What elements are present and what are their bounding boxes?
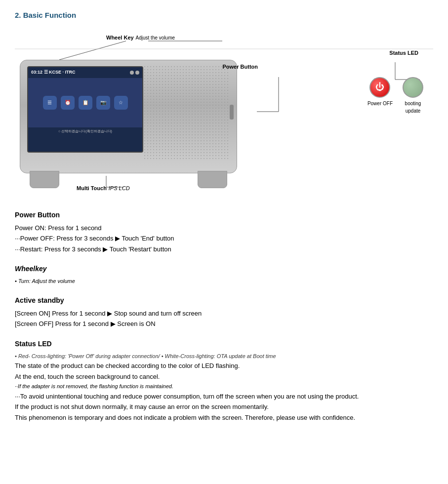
- active-standby-heading: Active standby: [15, 295, 433, 306]
- wheelkey-section: Wheelkey • Turn: Adjust the volume: [15, 264, 433, 285]
- multitouch-label: Multi Touch: [77, 185, 107, 191]
- device-stand-right: [198, 171, 227, 188]
- screen-icons: [130, 71, 139, 75]
- booting-update-led-circle: [403, 77, 423, 98]
- device-diagram: 03:12 ☰ KCSE · ITRC ☰ ⏰ 📋 📷 ☆ ○ 선택하겠습니다(…: [15, 45, 242, 188]
- status-led-line6: This phenomenon is temporary and does no…: [15, 413, 433, 423]
- power-button-line2: ···Power OFF: Press for 3 seconds ▶ Touc…: [15, 234, 433, 243]
- app-icon-2: ⏰: [61, 96, 75, 110]
- device-dots-pattern: [143, 65, 230, 159]
- booting-update-label: bootingupdate: [405, 100, 421, 115]
- status-led-annotation: Status LED: [389, 49, 418, 57]
- wheel-key-annotation: Wheel Key Adjust the volume: [106, 32, 175, 42]
- status-led-line1: The state of the product can be checked …: [15, 361, 433, 371]
- booting-update-led: bootingupdate: [403, 77, 423, 115]
- wheel-key-sub: Adjust the volume: [136, 35, 175, 40]
- power-button-heading: Power Button: [15, 210, 433, 220]
- status-led-section: Status LED • Red- Cross-lighting: 'Power…: [15, 339, 433, 423]
- screen-bottom-text: ○ 선택하겠습니다(확인하겠습니다): [28, 127, 142, 136]
- screen-top-bar: 03:12 ☰ KCSE · ITRC: [28, 67, 142, 78]
- status-led-line2: At the end, touch the screen background …: [15, 372, 433, 382]
- app-icon-3: 📋: [79, 96, 92, 110]
- wheel-key-label: Wheel Key: [106, 35, 134, 40]
- status-led-line5: If the product is not shut down normally…: [15, 402, 433, 412]
- multitouch-sub: IPS LCD: [109, 185, 130, 191]
- wheelkey-line1: • Turn: Adjust the volume: [15, 277, 433, 285]
- active-standby-section: Active standby [Screen ON] Press for 1 s…: [15, 295, 433, 329]
- power-button-section: Power Button Power ON: Press for 1 secon…: [15, 210, 433, 254]
- screen-main: ☰ ⏰ 📋 📷 ☆: [28, 78, 142, 127]
- active-standby-line2: [Screen OFF] Press for 1 second ▶ Screen…: [15, 319, 433, 329]
- power-button-annotation: Power Button: [223, 63, 258, 71]
- led-buttons-area: ⏻ Power OFF bootingupdate: [367, 77, 423, 115]
- power-off-led-label: Power OFF: [367, 100, 393, 107]
- side-button: [230, 105, 234, 120]
- status-led-bullet: • Red- Cross-lighting: 'Power Off' durin…: [15, 352, 433, 361]
- status-led-line3: ··If the adapter is not removed, the fla…: [15, 382, 433, 391]
- power-off-led-circle: ⏻: [369, 77, 390, 98]
- power-button-line3: ···Restart: Press for 3 seconds ▶ Touch …: [15, 244, 433, 254]
- multitouch-annotation: Multi Touch IPS LCD: [77, 183, 130, 193]
- section-title: 2. Basic Function: [15, 10, 433, 21]
- app-icon-4: 📷: [96, 96, 110, 110]
- status-led-line4: ···To avoid unintentional touching and r…: [15, 392, 433, 402]
- power-btn-label: Power Button: [223, 63, 258, 71]
- power-off-led: ⏻ Power OFF: [367, 77, 393, 115]
- device-stand-left: [30, 171, 59, 188]
- status-led-heading: Status LED: [15, 339, 433, 349]
- diagram-area: Wheel Key Adjust the volume 03:12 ☰ KCSE…: [15, 30, 433, 198]
- device-body: 03:12 ☰ KCSE · ITRC ☰ ⏰ 📋 📷 ☆ ○ 선택하겠습니다(…: [20, 60, 237, 173]
- status-led-diag-label: Status LED: [389, 49, 418, 57]
- status-icon-2: [135, 71, 139, 75]
- status-icon-1: [130, 71, 134, 75]
- screen-time: 03:12 ☰ KCSE · ITRC: [31, 69, 76, 76]
- wheelkey-heading: Wheelkey: [15, 264, 433, 274]
- power-button-line1: Power ON: Press for 1 second: [15, 223, 433, 233]
- device-screen: 03:12 ☰ KCSE · ITRC ☰ ⏰ 📋 📷 ☆ ○ 선택하겠습니다(…: [27, 66, 143, 153]
- power-off-icon: ⏻: [375, 81, 384, 94]
- active-standby-line1: [Screen ON] Press for 1 second ▶ Stop so…: [15, 309, 433, 319]
- app-icon-1: ☰: [43, 96, 57, 110]
- app-icon-5: ☆: [114, 96, 128, 110]
